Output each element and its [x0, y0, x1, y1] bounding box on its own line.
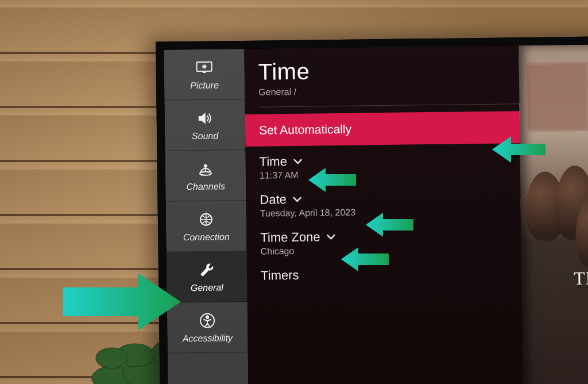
setting-date-label: Date — [260, 192, 287, 208]
chevron-down-icon — [326, 232, 336, 242]
accessibility-icon — [196, 311, 219, 329]
wrench-icon — [195, 260, 218, 279]
setting-timers-label: Timers — [261, 268, 299, 283]
tv-screen: Picture Sound — [156, 36, 588, 384]
settings-sidebar: Picture Sound — [164, 49, 249, 384]
page-title: Time — [258, 59, 310, 85]
set-automatically-label: Set Automatically — [259, 122, 351, 137]
background-poster: THE M Unde — [519, 44, 588, 384]
sidebar-item-picture[interactable]: Picture — [164, 49, 245, 101]
connection-icon — [195, 210, 218, 228]
sidebar-item-sound[interactable]: Sound — [164, 99, 245, 151]
poster-headline-1: THE — [574, 267, 588, 289]
sidebar-item-connection[interactable]: Connection — [166, 201, 247, 252]
sidebar-item-label: Sound — [192, 130, 218, 141]
sidebar-item-channels[interactable]: Channels — [165, 150, 246, 202]
sidebar-item-label: Accessibility — [183, 333, 233, 344]
setting-time-label: Time — [260, 154, 287, 170]
setting-timezone-label: Time Zone — [260, 229, 320, 245]
sidebar-item-accessibility[interactable]: Accessibility — [167, 302, 248, 354]
svg-point-9 — [204, 164, 207, 167]
svg-point-12 — [206, 316, 208, 318]
picture-icon — [193, 58, 216, 76]
chevron-down-icon — [292, 194, 303, 205]
channels-icon — [194, 159, 217, 178]
sidebar-item-label: Channels — [186, 181, 225, 192]
sidebar-item-label: General — [191, 282, 223, 293]
sidebar-item-general[interactable]: General — [167, 251, 247, 303]
sound-icon — [194, 109, 216, 127]
sidebar-item-label: Picture — [190, 80, 219, 91]
chevron-down-icon — [293, 156, 303, 167]
svg-point-8 — [200, 171, 211, 175]
settings-content: Time General / Set Automatically Time — [244, 44, 588, 384]
sidebar-item-label: Connection — [183, 232, 230, 243]
